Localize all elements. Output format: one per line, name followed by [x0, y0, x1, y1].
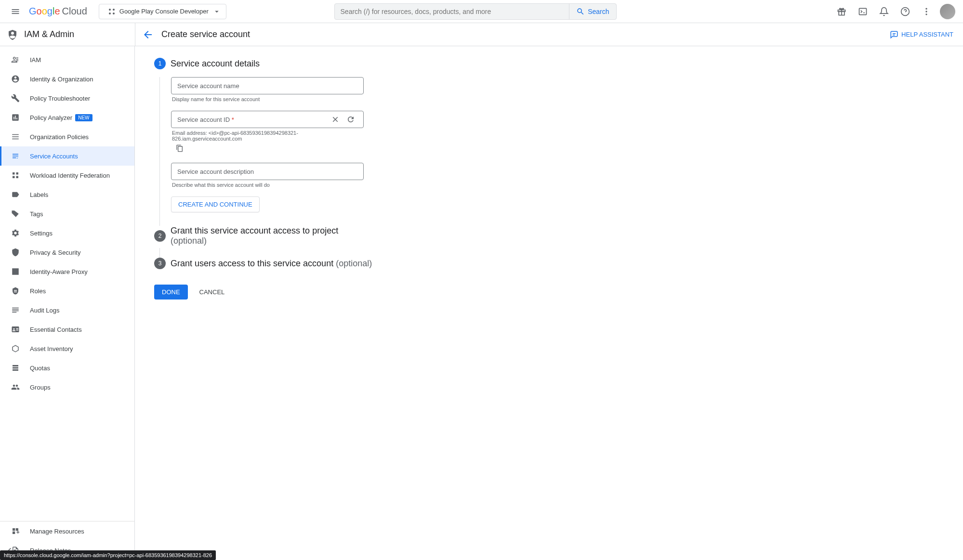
google-cloud-logo[interactable]: GoogleCloud — [29, 6, 87, 17]
sidebar-item-manage-resources[interactable]: Manage Resources — [0, 521, 134, 541]
more-vert-icon — [922, 7, 931, 16]
project-selector[interactable]: Google Play Console Developer — [99, 4, 226, 19]
sub-header: IAM & Admin Create service account HELP … — [0, 23, 963, 46]
step2-head[interactable]: 2 Grant this service account access to p… — [154, 226, 944, 246]
refresh-id-button[interactable] — [344, 113, 357, 126]
gift-button[interactable] — [832, 2, 851, 21]
copy-email-button[interactable] — [176, 144, 184, 152]
sidebar-item-privacy-security[interactable]: Privacy & Security — [0, 243, 134, 262]
sidebar-item-workload-identity-federation[interactable]: Workload Identity Federation — [0, 166, 134, 185]
done-button[interactable]: DONE — [154, 285, 188, 300]
step1-body: Service account name Display name for th… — [159, 77, 944, 226]
status-url: https://console.cloud.google.com/iam-adm… — [0, 550, 216, 560]
logs-icon — [10, 304, 21, 316]
step1-title: Service account details — [171, 59, 260, 69]
svg-point-12 — [925, 13, 927, 15]
sidebar-item-label: Service Accounts — [30, 153, 78, 160]
contacts-icon — [10, 324, 21, 335]
section-title: IAM & Admin — [24, 29, 74, 39]
notifications-button[interactable] — [874, 2, 894, 21]
sidebar-item-organization-policies[interactable]: Organization Policies — [0, 127, 134, 146]
sidebar-item-label: Identity & Organization — [30, 76, 93, 83]
sidebar-item-groups[interactable]: Groups — [0, 378, 134, 397]
search-bar: Search — [334, 3, 617, 20]
section-title-area: IAM & Admin — [0, 23, 135, 46]
refresh-icon — [346, 115, 355, 124]
sidebar-item-label: IAM — [30, 56, 41, 64]
sidebar-item-roles[interactable]: Roles — [0, 281, 134, 300]
sidebar-item-label: Manage Resources — [30, 528, 84, 535]
service-account-description-input[interactable]: Service account description — [171, 163, 364, 180]
desc-label: Service account description — [177, 168, 254, 175]
iam-shield-icon — [7, 29, 18, 40]
copy-icon — [176, 144, 184, 152]
back-button[interactable] — [142, 29, 161, 40]
iam-icon — [10, 54, 21, 65]
help-button[interactable] — [896, 2, 915, 21]
sidebar-item-identity-organization[interactable]: Identity & Organization — [0, 69, 134, 89]
step2-title: Grant this service account access to pro… — [171, 226, 338, 235]
page-title: Create service account — [161, 29, 250, 39]
step3-head[interactable]: 3 Grant users access to this service acc… — [154, 258, 944, 269]
chat-icon — [890, 30, 898, 39]
sidebar-item-essential-contacts[interactable]: Essential Contacts — [0, 320, 134, 339]
sidebar-item-label: Organization Policies — [30, 133, 89, 141]
new-badge: NEW — [75, 114, 92, 121]
wrench-icon — [10, 92, 21, 104]
sidebar-item-service-accounts[interactable]: Service Accounts — [0, 146, 134, 166]
sidebar-item-labels[interactable]: Labels — [0, 185, 134, 204]
user-avatar[interactable] — [940, 4, 955, 19]
svg-point-1 — [113, 9, 115, 11]
federation-icon — [10, 169, 21, 181]
search-button[interactable]: Search — [569, 4, 616, 19]
name-label: Service account name — [177, 82, 239, 90]
sidebar-item-label: Essential Contacts — [30, 326, 82, 333]
sidebar-item-label: Roles — [30, 287, 46, 295]
clear-id-button[interactable] — [329, 113, 342, 126]
cancel-button[interactable]: CANCEL — [192, 285, 233, 300]
analyzer-icon — [10, 112, 21, 123]
service-account-name-input[interactable]: Service account name — [171, 77, 364, 94]
console-icon — [858, 7, 868, 16]
sidebar-item-iam[interactable]: IAM — [0, 50, 134, 69]
sidebar-item-label: Policy Troubleshooter — [30, 95, 90, 102]
list-icon — [10, 131, 21, 143]
roles-icon — [10, 285, 21, 297]
sidebar-item-policy-troubleshooter[interactable]: Policy Troubleshooter — [0, 89, 134, 108]
search-input[interactable] — [335, 8, 569, 15]
person-icon — [10, 73, 21, 85]
gift-icon — [837, 7, 846, 16]
tag-icon — [10, 208, 21, 220]
sidebar-item-identity-aware-proxy[interactable]: Identity-Aware Proxy — [0, 262, 134, 281]
sidebar-item-policy-analyzer[interactable]: Policy AnalyzerNEW — [0, 108, 134, 127]
svg-point-3 — [113, 13, 115, 14]
resources-icon — [10, 525, 21, 537]
sidebar-item-label: Tags — [30, 210, 43, 218]
svg-point-0 — [109, 9, 111, 11]
step2-number: 2 — [154, 230, 166, 242]
header-actions — [832, 2, 955, 21]
groups-icon — [10, 381, 21, 393]
search-button-label: Search — [588, 8, 609, 15]
service-account-id-input[interactable]: Service account ID * — [171, 111, 364, 128]
sidebar-item-label: Groups — [30, 384, 51, 391]
step3-number: 3 — [154, 258, 166, 269]
svg-point-2 — [109, 13, 111, 14]
more-button[interactable] — [917, 2, 936, 21]
dropdown-icon — [212, 7, 221, 16]
sidebar-item-tags[interactable]: Tags — [0, 204, 134, 223]
sidebar-item-audit-logs[interactable]: Audit Logs — [0, 300, 134, 320]
sidebar-item-asset-inventory[interactable]: Asset Inventory — [0, 339, 134, 358]
console-button[interactable] — [853, 2, 872, 21]
sidebar-item-settings[interactable]: Settings — [0, 223, 134, 243]
create-and-continue-button[interactable]: CREATE AND CONTINUE — [171, 196, 260, 212]
sidebar-item-quotas[interactable]: Quotas — [0, 358, 134, 378]
step1-head: 1 Service account details — [154, 58, 944, 69]
search-icon — [576, 7, 585, 16]
hamburger-menu[interactable] — [4, 0, 27, 23]
step2-optional: (optional) — [171, 236, 207, 246]
step3-title: Grant users access to this service accou… — [171, 259, 336, 268]
bell-icon — [879, 7, 889, 16]
help-assistant-button[interactable]: HELP ASSISTANT — [890, 30, 953, 39]
sidebar-item-label: Privacy & Security — [30, 249, 80, 256]
